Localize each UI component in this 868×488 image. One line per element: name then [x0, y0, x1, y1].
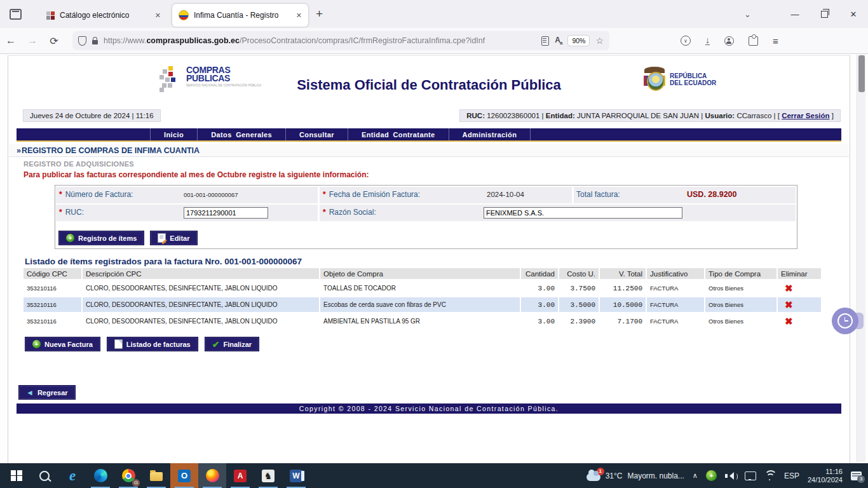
tab-close-icon[interactable]: ✕: [296, 11, 302, 20]
invoice-number-label: *Número de Factura:: [59, 190, 133, 199]
col-descripcion-cpc: Descripción CPC: [82, 268, 320, 280]
tray-expand-chevron-icon[interactable]: ∧: [693, 471, 698, 480]
delete-item-icon[interactable]: ✖: [785, 316, 793, 326]
antivirus-tray-icon[interactable]: +: [706, 470, 717, 481]
timer-overlay-widget[interactable]: [832, 308, 858, 334]
reader-mode-icon[interactable]: [541, 36, 549, 46]
breadcrumb: » REGISTRO DE COMPRAS DE INFIMA CUANTIA: [9, 144, 849, 157]
account-icon[interactable]: [724, 36, 734, 46]
nav-item-consultar[interactable]: Consultar: [285, 128, 348, 140]
taskbar-word[interactable]: W: [282, 463, 310, 488]
window-close-button[interactable]: ✕: [839, 0, 868, 28]
table-row: 353210116 CLORO, DESODORANTES, DESINFECT…: [24, 313, 822, 329]
edit-button[interactable]: Editar: [150, 231, 197, 245]
nav-item-administracion[interactable]: Administración: [449, 128, 531, 140]
taskbar-internet-explorer[interactable]: e: [58, 463, 86, 488]
logout-link[interactable]: Cerrar Sesión: [782, 112, 829, 119]
bird-app-icon: ♞: [262, 470, 275, 482]
wifi-icon[interactable]: [764, 471, 776, 480]
nav-item-inicio[interactable]: Inicio: [150, 128, 197, 140]
new-invoice-button[interactable]: +Nueva Factura: [25, 337, 100, 351]
notification-center-icon[interactable]: 3: [851, 471, 862, 480]
back-page-button[interactable]: ◄Regresar: [18, 385, 76, 400]
tracking-shield-icon[interactable]: [78, 36, 86, 46]
pocket-icon[interactable]: ∨: [681, 36, 691, 46]
windows-taskbar: e G O A ♞ W 1 31°C Mayorm. nubla... ∧ + …: [0, 463, 868, 488]
bookmark-star-icon[interactable]: ☆: [595, 36, 604, 46]
invoice-list-button[interactable]: Listado de facturas: [107, 337, 198, 351]
chrome-profile-badge: G: [132, 479, 140, 487]
plus-icon: +: [32, 340, 41, 348]
taskbar-edge[interactable]: [86, 463, 114, 488]
tray-time: 11:16: [808, 468, 843, 476]
scrollbar-thumb[interactable]: [858, 55, 865, 92]
notification-count-badge: 3: [857, 475, 865, 483]
taskbar-file-explorer[interactable]: [142, 463, 170, 488]
language-indicator[interactable]: ESP: [784, 471, 799, 480]
delete-item-icon[interactable]: ✖: [785, 283, 793, 293]
page-title: Sistema Oficial de Contratación Pública: [8, 77, 850, 93]
zoom-level-badge[interactable]: 90%: [567, 35, 590, 46]
display-connect-icon[interactable]: [745, 471, 756, 480]
finish-button[interactable]: ✔Finalizar: [205, 337, 259, 351]
tray-date: 24/10/2024: [808, 476, 843, 484]
taskbar-firefox-active[interactable]: [198, 463, 226, 488]
col-justificativo: Justificativo: [646, 268, 705, 280]
firefox-icon: [206, 469, 219, 482]
breadcrumb-title: REGISTRO DE COMPRAS DE INFIMA CUANTIA: [22, 146, 200, 155]
table-header-row: Código CPC Descripción CPC Objeto de Com…: [24, 268, 822, 280]
back-arrow-icon: ◄: [26, 389, 34, 396]
translate-icon[interactable]: Aa: [555, 36, 562, 46]
firefox-view-icon: [10, 9, 22, 20]
new-tab-button[interactable]: +: [316, 7, 323, 21]
ruc-label: *RUC:: [59, 208, 84, 217]
page-content: COMPRASPÚBLICAS SERVICIO NACIONAL DE CON…: [8, 55, 850, 464]
downloads-icon[interactable]: ↓: [705, 36, 710, 45]
hamburger-menu-icon[interactable]: ≡: [773, 36, 778, 46]
taskbar-search-button[interactable]: [31, 463, 58, 488]
razon-social-label: *Razón Social:: [323, 208, 376, 217]
start-button[interactable]: [3, 463, 31, 488]
total-label: Total factura:: [576, 190, 620, 199]
back-button[interactable]: ←: [0, 35, 22, 46]
session-info-box: RUC: 1260023860001 | Entidad: JUNTA PARR…: [459, 109, 841, 122]
list-tabs-chevron-icon[interactable]: ⌄: [744, 10, 751, 19]
extensions-icon[interactable]: [749, 36, 758, 46]
forward-button[interactable]: →: [22, 35, 43, 46]
internet-explorer-icon: e: [69, 470, 76, 482]
instruction-text: Para publicar las facturas correspondien…: [24, 170, 369, 179]
window-minimize-button[interactable]: —: [780, 0, 810, 28]
razon-social-input[interactable]: [484, 207, 682, 219]
main-nav: Inicio Datos Generales Consultar Entidad…: [17, 128, 841, 140]
invoice-number-value: 001-001-000000067: [184, 191, 238, 198]
table-row: 353210116 CLORO, DESODORANTES, DESINFECT…: [24, 297, 822, 313]
taskbar-projectlibre[interactable]: ♞: [254, 463, 282, 488]
taskbar-clock[interactable]: 11:16 24/10/2024: [808, 468, 843, 484]
firefox-view-button[interactable]: [6, 4, 25, 24]
address-bar[interactable]: https://www.compraspublicas.gob.ec/Proce…: [72, 31, 609, 50]
document-icon: [114, 339, 123, 349]
taskbar-outlook-active[interactable]: O: [170, 463, 198, 488]
col-codigo-cpc: Código CPC: [24, 268, 82, 280]
invoice-form: *Número de Factura: 001-001-000000067 *F…: [55, 185, 797, 249]
tab-catalogo-electronico[interactable]: Catálogo electrónico ✕: [40, 4, 167, 27]
weather-temp: 31°C: [606, 471, 623, 480]
republic-ecuador-logo: REPÚBLICADEL ECUADOR: [644, 67, 716, 92]
register-items-button[interactable]: +Registro de ítems: [58, 231, 144, 245]
delete-item-icon[interactable]: ✖: [785, 300, 793, 309]
reload-button[interactable]: ⟳: [43, 35, 65, 47]
volume-icon[interactable]: [725, 471, 736, 480]
window-restore-button[interactable]: [810, 0, 839, 28]
tab-title: Catálogo electrónico: [60, 11, 129, 20]
tab-infima-cuantia[interactable]: Infima Cuantía - Registro ✕: [172, 4, 308, 27]
tab-close-icon[interactable]: ✕: [155, 11, 161, 20]
nav-item-datos-generales[interactable]: Datos Generales: [197, 128, 285, 140]
weather-widget[interactable]: 1 31°C Mayorm. nubla...: [587, 470, 684, 481]
nav-item-entidad-contratante[interactable]: Entidad Contratante: [348, 128, 449, 140]
lock-icon[interactable]: [92, 40, 98, 44]
taskbar-acrobat[interactable]: A: [226, 463, 254, 488]
ruc-input[interactable]: [184, 207, 268, 219]
page-scrollbar[interactable]: [857, 55, 865, 462]
weather-desc: Mayorm. nubla...: [627, 471, 684, 480]
taskbar-chrome[interactable]: G: [114, 463, 142, 488]
